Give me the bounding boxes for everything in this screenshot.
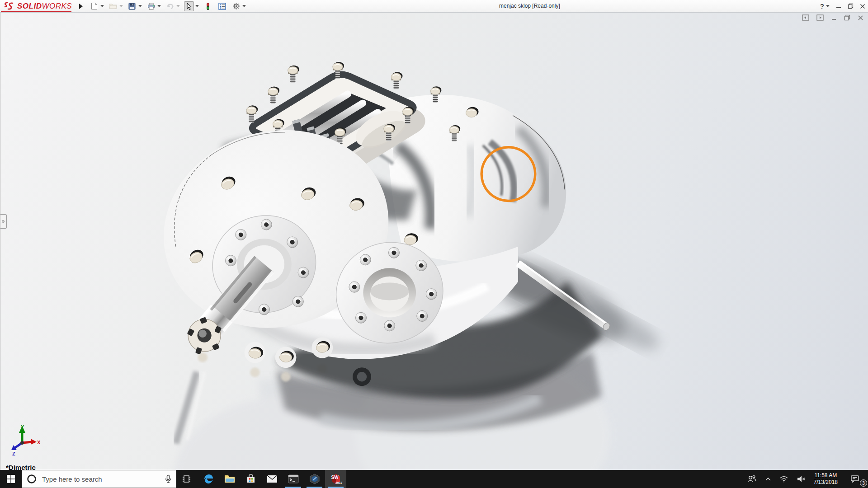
orientation-triad: Y X Z (6, 424, 41, 456)
select-caret[interactable] (195, 5, 199, 7)
select-tool-icon[interactable] (184, 1, 194, 11)
mail-icon[interactable] (261, 470, 283, 488)
toolbar-options[interactable] (231, 1, 246, 11)
toolbar-new[interactable] (89, 1, 104, 11)
cortana-icon (27, 474, 37, 484)
hexagon-app-icon[interactable] (304, 470, 325, 488)
microphone-icon[interactable] (165, 474, 171, 483)
people-icon[interactable] (743, 470, 761, 488)
doc-close-button[interactable] (858, 15, 863, 21)
triad-x-label: X (37, 440, 41, 445)
print-icon[interactable] (146, 1, 156, 11)
restore-button[interactable] (848, 3, 854, 9)
new-caret[interactable] (100, 5, 104, 7)
save-icon[interactable] (127, 1, 137, 11)
close-button[interactable] (860, 4, 865, 9)
open-icon (108, 1, 118, 11)
new-document-icon[interactable] (89, 1, 99, 11)
toolbar-save[interactable] (127, 1, 142, 11)
solidworks-logo[interactable]: SOLIDWORKS (0, 0, 76, 12)
toolbar-undo (165, 1, 180, 11)
notification-count-badge: 3 (860, 479, 867, 487)
doc-minimize-button[interactable] (831, 15, 837, 21)
pane-right-toggle[interactable] (816, 14, 824, 21)
pane-left-toggle[interactable] (802, 14, 809, 21)
gear-icon[interactable] (231, 1, 241, 11)
edge-icon[interactable] (198, 470, 219, 488)
sw-icon-text: SW (331, 475, 339, 480)
window-controls: ? (820, 0, 865, 12)
solidworks-window: SOLIDWORKS (0, 0, 868, 488)
search-input[interactable] (41, 475, 160, 483)
start-button[interactable] (0, 470, 22, 488)
open-caret (119, 5, 123, 7)
titlebar: SOLIDWORKS (0, 0, 868, 13)
panel-splitter-tab[interactable] (0, 214, 7, 229)
toolbar-open (108, 1, 123, 11)
minimize-button[interactable] (836, 4, 841, 9)
system-tray: 11:58 AM 7/13/2018 3 (743, 470, 868, 488)
clock-date: 7/13/2018 (814, 479, 838, 486)
gearbox-model[interactable] (0, 13, 868, 470)
clock-time: 11:58 AM (814, 472, 837, 479)
save-caret[interactable] (138, 5, 142, 7)
toolbar-selection-filter[interactable] (203, 1, 213, 11)
help-caret[interactable] (826, 5, 830, 7)
solidworks-logo-icon (4, 2, 15, 11)
print-caret[interactable] (157, 5, 161, 7)
undo-caret (176, 5, 180, 7)
doc-restore-button[interactable] (844, 14, 850, 21)
toolbar-print[interactable] (146, 1, 161, 11)
windows-logo-icon (7, 475, 15, 483)
task-view-button[interactable] (176, 470, 198, 488)
command-prompt-icon[interactable] (283, 470, 304, 488)
triad-y-label: Y (21, 424, 24, 430)
sw-icon-year: 2017 (335, 481, 343, 484)
volume-muted-icon[interactable] (793, 470, 810, 488)
menu-expand-arrow[interactable] (79, 4, 83, 9)
undo-icon (165, 1, 175, 11)
brand-text: SOLIDWORKS (17, 2, 72, 11)
store-icon[interactable] (240, 470, 261, 488)
toolbar-display-pane[interactable] (217, 1, 227, 11)
display-pane-icon[interactable] (217, 1, 227, 11)
traffic-light-icon[interactable] (203, 1, 213, 11)
graphics-area[interactable]: Y X Z *Dimetric (0, 13, 868, 470)
wifi-icon[interactable] (775, 470, 793, 488)
taskbar-search[interactable] (22, 470, 176, 488)
document-window-controls (802, 14, 863, 21)
taskbar-clock[interactable]: 11:58 AM 7/13/2018 (810, 470, 842, 488)
hidden-icons-chevron[interactable] (761, 470, 775, 488)
options-caret[interactable] (242, 5, 246, 7)
file-explorer-icon[interactable] (219, 470, 240, 488)
document-title: menjac sklop [Read-only] (499, 0, 560, 12)
toolbar-select[interactable] (184, 1, 199, 11)
help-button[interactable]: ? (820, 2, 830, 10)
triad-z-label: Z (12, 451, 15, 456)
solidworks-taskbar-icon[interactable]: SW 2017 (325, 470, 346, 488)
splitter-dot-icon (2, 220, 5, 223)
windows-taskbar: SW 2017 11:58 AM 7/13/2018 3 (0, 470, 868, 488)
action-center-button[interactable]: 3 (842, 470, 868, 488)
logo-accent-line (1, 11, 71, 12)
